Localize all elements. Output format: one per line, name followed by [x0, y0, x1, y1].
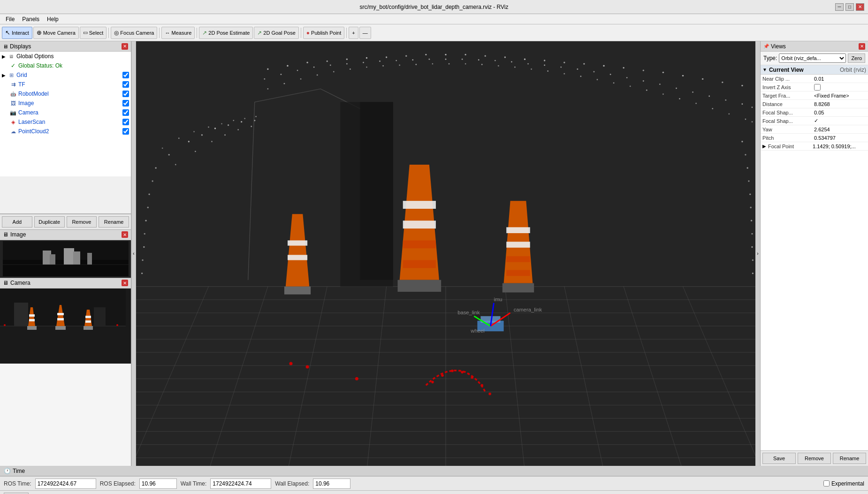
svg-rect-182: [360, 102, 393, 280]
views-save-button[interactable]: Save: [762, 453, 796, 464]
remove-button[interactable]: Remove: [67, 216, 97, 228]
experimental-checkbox[interactable]: [823, 480, 830, 486]
grid-checkbox[interactable]: [122, 72, 129, 78]
menu-help[interactable]: Help: [43, 15, 62, 23]
svg-rect-12: [27, 326, 37, 330]
laserscan-checkbox[interactable]: [122, 119, 129, 125]
tree-item-camera[interactable]: 📷 Camera: [0, 108, 131, 117]
extra-plus-button[interactable]: +: [349, 27, 358, 39]
tf-label: TF: [18, 81, 121, 88]
robotmodel-label: RobotModel: [18, 91, 121, 97]
publish-point-button[interactable]: ● Publish Point: [303, 27, 344, 39]
time-section-header: 🕐 Time: [0, 466, 868, 476]
add-button[interactable]: Add: [2, 216, 32, 228]
pose-2d-label: 2D Pose Estimate: [208, 30, 250, 36]
camera-panel-icon: 🖥: [3, 280, 8, 286]
pose-2d-button[interactable]: ↗ 2D Pose Estimate: [199, 27, 253, 39]
robot-icon: 🤖: [9, 90, 17, 98]
svg-rect-5: [73, 251, 80, 265]
svg-rect-21: [85, 316, 91, 318]
tree-item-pointcloud2[interactable]: ☁ PointCloud2: [0, 127, 131, 136]
3d-scene-svg: camera_link base_link wheel imu: [136, 41, 755, 466]
type-select[interactable]: Orbit (rviz_defa...: [779, 53, 846, 63]
svg-point-170: [751, 246, 753, 248]
close-button[interactable]: ✕: [856, 3, 864, 11]
ros-time-input[interactable]: [35, 479, 96, 489]
tree-item-grid[interactable]: ▶ ⊞ Grid: [0, 70, 131, 80]
toolbar: ↖ Interact ⊕ Move Camera ▭ Select ◎ Focu…: [0, 24, 868, 41]
minimize-button[interactable]: ─: [835, 3, 844, 11]
goal-2d-button[interactable]: ↗ 2D Goal Pose: [254, 27, 298, 39]
extra-minus-button[interactable]: —: [359, 27, 371, 39]
menu-file[interactable]: File: [2, 15, 18, 23]
window-title: src/my_bot/config/drive_bot_lidar_depth_…: [359, 4, 508, 10]
menu-panels[interactable]: Panels: [18, 15, 43, 23]
svg-point-141: [580, 76, 581, 77]
interact-button[interactable]: ↖ Interact: [2, 27, 32, 39]
svg-point-132: [432, 63, 434, 65]
right-collapse-handle[interactable]: ›: [755, 41, 760, 466]
tree-item-laserscan[interactable]: ◈ LaserScan: [0, 117, 131, 127]
grid-arrow[interactable]: ▶: [2, 73, 8, 78]
measure-button[interactable]: ↔ Measure: [161, 27, 195, 39]
current-view-header[interactable]: ▼ Current View Orbit (rviz): [761, 65, 868, 75]
tf-checkbox[interactable]: [122, 81, 129, 88]
select-label: Select: [89, 30, 104, 36]
global-options-arrow[interactable]: ▶: [2, 54, 8, 59]
left-collapse-handle[interactable]: ‹: [131, 41, 136, 466]
maximize-button[interactable]: □: [845, 3, 854, 11]
svg-point-151: [745, 119, 746, 120]
duplicate-button[interactable]: Duplicate: [34, 216, 65, 228]
invertz-checkbox[interactable]: [814, 84, 821, 91]
views-title: 📌 Views: [763, 43, 786, 50]
svg-point-74: [544, 60, 545, 61]
svg-point-177: [221, 123, 222, 124]
displays-close-button[interactable]: ✕: [122, 43, 128, 50]
svg-point-68: [425, 54, 426, 55]
svg-point-155: [148, 193, 150, 195]
tree-item-tf[interactable]: ⇉ TF: [0, 80, 131, 89]
pose-icon: ↗: [202, 30, 207, 36]
ros-elapsed-input[interactable]: [139, 479, 177, 489]
svg-point-124: [300, 78, 302, 80]
svg-text:base_link: base_link: [457, 310, 480, 315]
views-close-button[interactable]: ✕: [859, 43, 865, 50]
reset-button[interactable]: Reset: [4, 493, 29, 494]
svg-point-166: [749, 193, 751, 195]
svg-point-212: [431, 381, 434, 384]
image-checkbox[interactable]: [122, 100, 129, 106]
separator-1: [108, 28, 109, 38]
svg-point-173: [162, 147, 163, 149]
zero-button[interactable]: Zero: [848, 53, 865, 63]
focus-camera-button[interactable]: ◎ Focus Camera: [111, 27, 157, 39]
tree-item-robotmodel[interactable]: 🤖 RobotModel: [0, 89, 131, 99]
3d-viewport[interactable]: camera_link base_link wheel imu: [136, 41, 755, 466]
camera-checkbox[interactable]: [122, 109, 129, 116]
wall-elapsed-input[interactable]: [313, 479, 350, 489]
rename-button[interactable]: Rename: [99, 216, 129, 228]
svg-point-102: [445, 59, 447, 60]
svg-point-211: [355, 377, 358, 380]
pointcloud2-checkbox[interactable]: [122, 128, 129, 135]
robotmodel-checkbox[interactable]: [122, 91, 129, 97]
svg-point-97: [363, 62, 364, 63]
image-panel-close[interactable]: ✕: [122, 231, 128, 238]
global-status-label: Global Status: Ok: [18, 62, 129, 69]
ros-elapsed-label: ROS Elapsed:: [100, 480, 136, 487]
views-remove-button[interactable]: Remove: [798, 453, 831, 464]
tree-item-image[interactable]: 🖼 Image: [0, 99, 131, 108]
camera-panel-close[interactable]: ✕: [122, 280, 128, 286]
svg-point-218: [488, 393, 491, 395]
svg-point-111: [594, 71, 595, 73]
select-button[interactable]: ▭ Select: [80, 27, 107, 39]
views-rename-button[interactable]: Rename: [833, 453, 866, 464]
tree-item-global-status[interactable]: ✓ Global Status: Ok: [0, 61, 131, 70]
wall-time-input[interactable]: [210, 479, 271, 489]
current-view-arrow: ▼: [762, 67, 767, 72]
svg-point-62: [306, 62, 308, 63]
svg-point-216: [471, 376, 473, 379]
svg-point-82: [702, 78, 703, 80]
move-camera-button[interactable]: ⊕ Move Camera: [33, 27, 79, 39]
svg-point-81: [682, 75, 684, 76]
tree-item-global-options[interactable]: ▶ 🖥 Global Options: [0, 52, 131, 61]
